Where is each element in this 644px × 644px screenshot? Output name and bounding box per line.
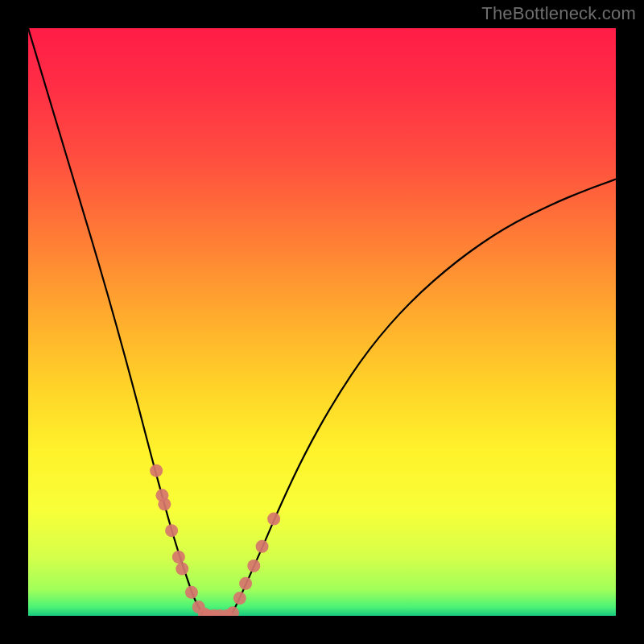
watermark-label: TheBottleneck.com <box>481 3 636 24</box>
data-dot <box>150 464 163 477</box>
data-dot <box>239 577 252 590</box>
bottleneck-curve <box>28 28 616 616</box>
data-dot <box>256 540 269 553</box>
data-dots <box>150 464 280 616</box>
data-dot <box>158 497 171 510</box>
data-dot <box>267 513 280 526</box>
data-dot <box>185 586 198 599</box>
curve-layer <box>28 28 616 616</box>
plot-area <box>28 28 616 616</box>
data-dot <box>247 559 260 572</box>
data-dot <box>226 606 239 616</box>
data-dot <box>175 563 188 576</box>
data-dot <box>172 551 185 564</box>
chart-frame: TheBottleneck.com <box>0 0 644 644</box>
data-dot <box>165 524 178 537</box>
data-dot <box>233 592 246 605</box>
